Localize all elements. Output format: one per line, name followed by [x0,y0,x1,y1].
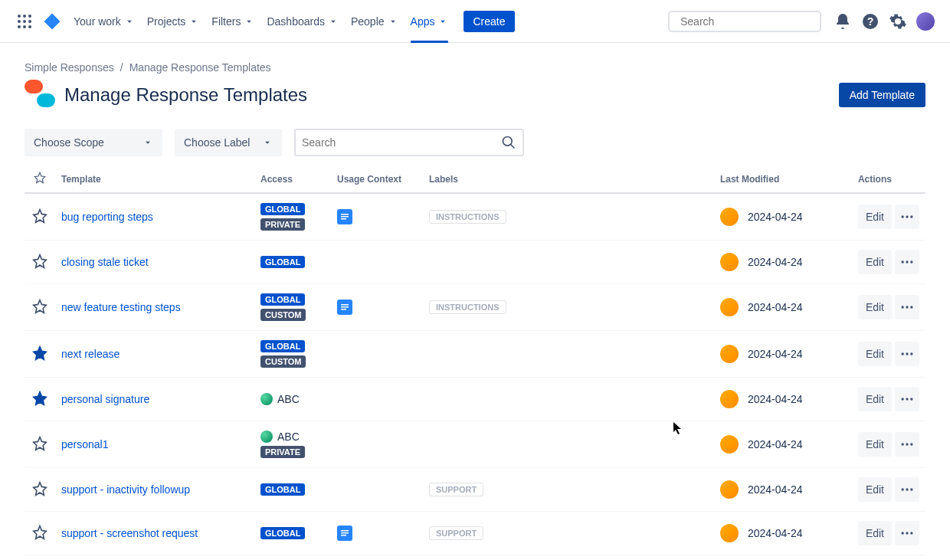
star-icon [34,172,46,184]
label-pill: SUPPORT [429,526,483,540]
user-avatar [720,524,739,542]
edit-button[interactable]: Edit [858,477,892,502]
more-icon [899,346,915,362]
create-button[interactable]: Create [464,11,514,32]
breadcrumb-app[interactable]: Simple Responses [25,61,114,74]
edit-button[interactable]: Edit [858,250,892,274]
app-switcher-icon[interactable] [12,9,37,34]
project-badge: ABC [260,431,300,443]
modified-date: 2024-04-24 [748,348,803,360]
more-actions-button[interactable] [895,342,919,366]
edit-button[interactable]: Edit [858,205,892,229]
globe-icon [260,431,273,443]
help-icon[interactable]: ? [858,9,883,34]
star-icon [32,299,48,314]
profile-avatar[interactable] [913,9,938,34]
svg-point-27 [902,306,904,308]
global-search-input[interactable] [680,15,814,28]
more-actions-button[interactable] [895,477,919,502]
svg-point-38 [910,443,912,445]
template-link[interactable]: next release [61,348,120,360]
label-pill: INSTRUCTIONS [429,210,506,224]
edit-button[interactable]: Edit [858,432,892,457]
page-title: Manage Response Templates [64,84,307,106]
notifications-icon[interactable] [830,9,855,34]
nav-item-projects[interactable]: Projects [141,0,206,43]
nav-item-filters[interactable]: Filters [205,0,260,43]
edit-button[interactable]: Edit [858,521,892,545]
more-actions-button[interactable] [895,432,919,457]
label-dropdown[interactable]: Choose Label [175,129,282,156]
user-avatar [720,435,739,454]
template-search-input[interactable] [302,136,501,149]
nav-item-your-work[interactable]: Your work [67,0,141,43]
table-row: bug reporting stepsGLOBALPRIVATEINSTRUCT… [25,193,925,241]
template-link[interactable]: new feature testing steps [61,301,181,313]
more-actions-button[interactable] [895,250,919,274]
more-icon [899,300,915,315]
edit-button[interactable]: Edit [858,295,892,319]
star-icon [32,208,48,224]
global-search[interactable] [668,11,821,32]
edit-button[interactable]: Edit [858,387,892,411]
svg-point-30 [902,352,904,355]
template-link[interactable]: bug reporting steps [61,211,153,223]
star-toggle[interactable] [32,299,48,314]
edit-button[interactable]: Edit [858,342,892,366]
svg-point-39 [902,488,904,490]
nav-item-people[interactable]: People [345,0,405,43]
svg-point-7 [23,25,26,28]
svg-point-29 [910,306,912,308]
more-actions-button[interactable] [895,205,919,229]
more-actions-button[interactable] [895,295,919,319]
svg-point-8 [28,25,31,28]
jira-logo-icon[interactable] [40,9,64,34]
chevron-down-icon [262,137,273,148]
more-icon [899,482,915,497]
breadcrumb-page[interactable]: Manage Response Templates [129,61,271,74]
user-avatar [720,208,739,226]
star-icon [32,481,48,496]
nav-item-dashboards[interactable]: Dashboards [260,0,345,43]
more-actions-button[interactable] [895,387,919,411]
usage-context-icon [337,209,352,224]
search-icon [501,135,516,150]
add-template-button[interactable]: Add Template [839,83,925,107]
more-actions-button[interactable] [895,521,919,545]
star-toggle[interactable] [32,345,48,361]
svg-point-6 [18,25,21,28]
star-toggle[interactable] [32,436,48,451]
svg-point-28 [906,306,908,308]
template-search[interactable] [294,129,524,156]
svg-point-41 [910,488,912,490]
more-icon [899,437,915,452]
chevron-down-icon [388,16,398,27]
col-actions: Actions [852,165,925,193]
nav-item-apps[interactable]: Apps [405,0,455,43]
chevron-down-icon [328,16,339,27]
svg-point-32 [910,352,912,355]
template-link[interactable]: support - screenshot request [61,527,198,539]
template-link[interactable]: personal1 [61,438,109,450]
settings-icon[interactable] [886,9,910,34]
access-badge: GLOBAL [260,527,305,539]
svg-point-18 [902,215,904,218]
star-icon [32,436,48,451]
template-link[interactable]: support - inactivity followup [61,483,190,496]
template-link[interactable]: closing stale ticket [61,256,149,268]
svg-rect-44 [341,535,346,536]
template-link[interactable]: personal signature [61,393,149,405]
svg-text:?: ? [867,15,874,28]
table-row: personal signatureABC2024-04-24Edit [25,378,925,421]
star-toggle[interactable] [32,391,48,406]
scope-dropdown[interactable]: Choose Scope [25,129,162,156]
user-avatar [720,480,739,499]
star-toggle[interactable] [32,525,48,540]
access-badge: GLOBAL [260,340,305,352]
star-toggle[interactable] [32,481,48,496]
star-toggle[interactable] [32,254,48,269]
star-toggle[interactable] [32,208,48,224]
svg-point-21 [902,260,904,263]
access-badge: GLOBAL [260,483,305,496]
user-avatar [720,345,739,363]
